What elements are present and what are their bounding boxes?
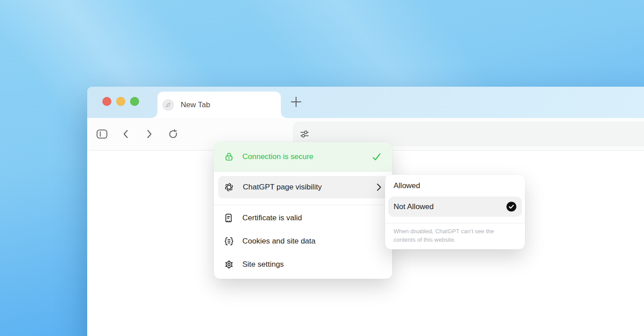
- option-allowed[interactable]: Allowed: [385, 175, 525, 197]
- reload-button[interactable]: [167, 128, 179, 140]
- site-settings-menu-button[interactable]: [298, 128, 311, 140]
- compass-favicon-icon: [162, 99, 174, 111]
- chevron-right-icon: [377, 183, 381, 191]
- forward-button[interactable]: [143, 128, 156, 140]
- traffic-lights: [102, 97, 139, 106]
- menu-item-chatgpt-page-visibility[interactable]: ChatGPT page visibility: [218, 176, 388, 198]
- zoom-window-button[interactable]: [130, 97, 139, 106]
- toggle-sidebar-button[interactable]: [96, 128, 108, 140]
- connection-secure-banner[interactable]: Connection is secure: [214, 142, 392, 172]
- option-label: Not Allowed: [394, 202, 434, 211]
- submenu-footnote: When disabled, ChatGPT can’t see the con…: [385, 223, 525, 249]
- site-security-menu: Connection is secure ChatGPT page visibi…: [214, 142, 392, 279]
- desktop: { "browser": { "tab_title": "New Tab", "…: [0, 0, 644, 336]
- back-icon: [122, 129, 129, 139]
- certificate-icon: [224, 213, 234, 223]
- reload-icon: [168, 129, 178, 139]
- plus-icon: [291, 97, 301, 107]
- close-window-button[interactable]: [102, 97, 111, 106]
- menu-item-label: Site settings: [242, 260, 284, 269]
- gear-icon: [224, 259, 234, 270]
- page-visibility-submenu: Allowed Not Allowed When disabled, ChatG…: [385, 175, 525, 249]
- tune-icon: [299, 130, 310, 139]
- option-not-allowed[interactable]: Not Allowed: [388, 197, 522, 217]
- checkmark-icon: [372, 152, 381, 162]
- new-tab-button[interactable]: [291, 97, 301, 107]
- menu-item-certificate[interactable]: Certificate is valid: [214, 206, 392, 230]
- back-button[interactable]: [119, 128, 132, 140]
- menu-item-label: ChatGPT page visibility: [243, 183, 322, 192]
- menu-item-label: Cookies and site data: [242, 237, 316, 246]
- sidebar-icon: [96, 129, 108, 139]
- tab-new-tab[interactable]: New Tab: [157, 92, 281, 118]
- option-label: Allowed: [394, 181, 420, 190]
- menu-rows: Certificate is valid Cookies and site da…: [214, 205, 392, 279]
- selected-check-icon: [506, 202, 517, 212]
- menu-item-cookies[interactable]: Cookies and site data: [214, 230, 392, 253]
- forward-icon: [146, 129, 153, 139]
- tab-title: New Tab: [181, 101, 210, 109]
- lock-icon: [224, 151, 234, 162]
- menu-item-site-settings[interactable]: Site settings: [214, 253, 392, 276]
- minimize-window-button[interactable]: [116, 97, 125, 106]
- openai-logo-icon: [224, 182, 234, 193]
- connection-secure-label: Connection is secure: [242, 152, 314, 161]
- menu-item-label: Certificate is valid: [242, 214, 302, 223]
- tab-strip: New Tab: [87, 87, 644, 118]
- cookies-braces-icon: [224, 236, 234, 247]
